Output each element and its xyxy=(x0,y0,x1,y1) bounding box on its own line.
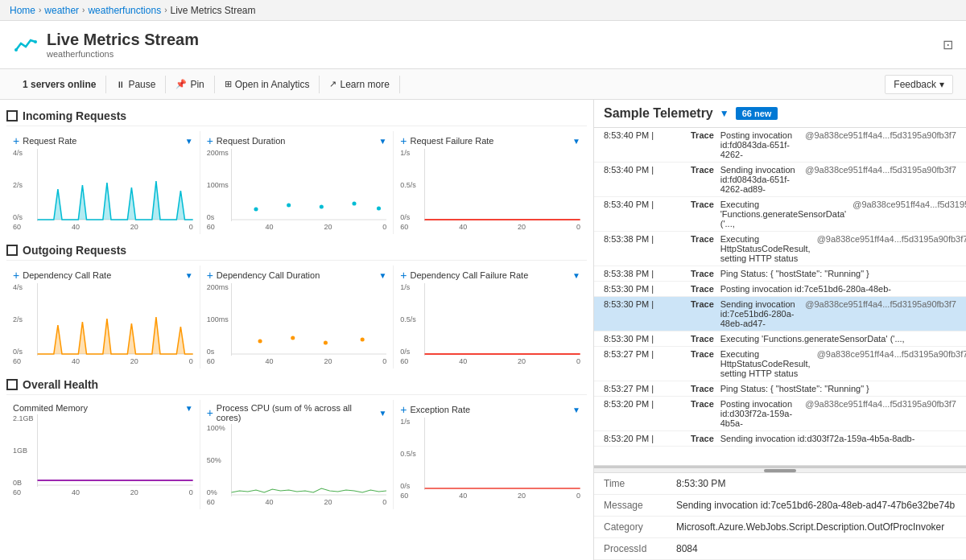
filter-icon[interactable]: ▼ xyxy=(572,271,580,280)
telemetry-row-msg: Posting invocation id:fd0843da-651f-4262… xyxy=(720,130,799,159)
filter-icon[interactable]: ▼ xyxy=(185,137,193,146)
right-panel: Sample Telemetry ▼ 66 new 8:53:40 PM | T… xyxy=(594,100,966,560)
telemetry-row-time: 8:53:20 PM | xyxy=(604,434,684,443)
detail-message-key: Message xyxy=(594,495,667,517)
detail-message-row: Message Sending invocation id:7ce51bd6-2… xyxy=(594,495,966,517)
section-collapse-icon[interactable] xyxy=(6,245,18,256)
telemetry-list-item[interactable]: 8:53:30 PM | Trace Posting invocation id… xyxy=(594,282,966,297)
request-failure-area: 1/s 0.5/s 0/s xyxy=(400,149,580,221)
servers-count: 1 servers online xyxy=(13,76,106,93)
detail-time-row: Time 8:53:30 PM xyxy=(594,473,966,495)
telemetry-filter-icon[interactable]: ▼ xyxy=(720,108,729,119)
telemetry-row-time: 8:53:40 PM | xyxy=(604,200,684,209)
dependency-rate-chart: + Dependency Call Rate ▼ 4/s 2/s 0/s xyxy=(6,266,200,369)
breadcrumb-weather[interactable]: weather xyxy=(44,5,79,16)
telemetry-row-id: @9a838ce951ff4a4...f5d3195a90fb3f7 xyxy=(805,130,956,140)
telemetry-row-time: 8:53:30 PM | xyxy=(604,299,684,309)
plus-icon: + xyxy=(207,134,213,147)
incoming-section-header: Incoming Requests xyxy=(6,106,587,126)
pin-icon[interactable]: ⊡ xyxy=(943,37,953,52)
telemetry-row-type: Trace xyxy=(691,334,714,344)
telemetry-list-item[interactable]: 8:53:40 PM | Trace Posting invocation id… xyxy=(594,128,966,163)
filter-icon[interactable]: ▼ xyxy=(378,409,386,418)
memory-chart: Commited Memory ▼ 2.1GB 1GB 0B xyxy=(6,400,200,509)
telemetry-list-item[interactable]: 8:53:20 PM | Trace Posting invocation id… xyxy=(594,397,966,431)
telemetry-row-id: @9a838ce951ff4a4...f5d3195a90fb3f7 xyxy=(805,165,956,175)
telemetry-row-time: 8:53:38 PM | xyxy=(604,269,684,278)
plus-icon: + xyxy=(400,403,407,416)
breadcrumb-weatherfunctions[interactable]: weatherfunctions xyxy=(88,5,161,16)
filter-icon[interactable]: ▼ xyxy=(572,406,580,414)
telemetry-list-item[interactable]: 8:53:30 PM | Trace Sending invocation id… xyxy=(594,297,966,331)
plus-icon: + xyxy=(400,134,407,147)
feedback-button[interactable]: Feedback ▾ xyxy=(885,75,953,94)
telemetry-row-msg: Posting invocation id:7ce51bd6-280a-48eb… xyxy=(720,284,956,294)
telemetry-header: Sample Telemetry ▼ 66 new xyxy=(594,100,966,128)
detail-processid-row: ProcessId 8084 xyxy=(594,538,966,560)
toolbar: 1 servers online ⏸ Pause 📌 Pin ⊞ Open in… xyxy=(0,69,966,100)
health-section-header: Overall Health xyxy=(6,375,587,395)
telemetry-row-type: Trace xyxy=(691,269,714,278)
telemetry-list-item[interactable]: 8:53:38 PM | Trace Executing HttpStatusC… xyxy=(594,232,966,266)
telemetry-row-type: Trace xyxy=(691,299,714,309)
telemetry-row-msg: Sending invocation id:7ce51bd6-280a-48eb… xyxy=(720,299,799,328)
filter-icon[interactable]: ▼ xyxy=(378,271,386,280)
plus-icon: + xyxy=(13,269,19,282)
filter-icon[interactable]: ▼ xyxy=(572,137,580,146)
telemetry-list-item[interactable]: 8:53:40 PM | Trace Executing 'Functions.… xyxy=(594,197,966,232)
telemetry-row-msg: Executing HttpStatusCodeResult, setting … xyxy=(720,234,811,263)
telemetry-list-item[interactable]: 8:53:27 PM | Trace Executing HttpStatusC… xyxy=(594,347,966,381)
svg-point-8 xyxy=(287,204,291,208)
telemetry-row-time: 8:53:27 PM | xyxy=(604,384,684,393)
request-duration-chart: + Request Duration ▼ 200ms 100ms 0s xyxy=(200,131,394,234)
open-analytics-button[interactable]: ⊞ Open in Analytics xyxy=(215,76,320,93)
app-icon xyxy=(13,32,39,58)
pin-button[interactable]: 📌 Pin xyxy=(166,76,214,93)
breadcrumb-home[interactable]: Home xyxy=(10,5,35,16)
filter-icon[interactable]: ▼ xyxy=(185,271,193,280)
detail-message-value: Sending invocation id:7ce51bd6-280a-48eb… xyxy=(667,495,966,517)
outgoing-charts: + Dependency Call Rate ▼ 4/s 2/s 0/s xyxy=(6,266,587,369)
exception-chart: + Exception Rate ▼ 1/s 0.5/s 0/s xyxy=(394,400,587,509)
chevron-down-icon: ▾ xyxy=(939,79,944,90)
telemetry-list[interactable]: 8:53:40 PM | Trace Posting invocation id… xyxy=(594,128,966,466)
page-subtitle: weatherfunctions xyxy=(47,49,199,59)
pin-icon: 📌 xyxy=(175,79,187,89)
telemetry-row-type: Trace xyxy=(691,349,714,359)
svg-point-7 xyxy=(254,208,258,212)
telemetry-list-item[interactable]: 8:53:38 PM | Trace Ping Status: { "hostS… xyxy=(594,266,966,282)
telemetry-row-time: 8:53:40 PM | xyxy=(604,165,684,175)
svg-point-11 xyxy=(377,207,381,211)
svg-point-1 xyxy=(34,40,37,43)
breadcrumb: Home › weather › weatherfunctions › Live… xyxy=(0,0,966,21)
telemetry-list-item[interactable]: 8:53:30 PM | Trace Executing 'Functions.… xyxy=(594,331,966,347)
telemetry-list-item[interactable]: 8:53:20 PM | Trace Sending invocation id… xyxy=(594,431,966,447)
section-collapse-icon[interactable] xyxy=(6,379,18,390)
grid-icon: ⊞ xyxy=(225,79,232,89)
header: Live Metrics Stream weatherfunctions ⊡ xyxy=(0,21,966,69)
filter-icon[interactable]: ▼ xyxy=(185,404,193,413)
filter-icon[interactable]: ▼ xyxy=(378,137,386,146)
cpu-label: + Process CPU (sum of % across all cores… xyxy=(207,403,387,422)
section-collapse-icon[interactable] xyxy=(6,110,18,121)
exception-area: 1/s 0.5/s 0/s xyxy=(400,418,580,490)
telemetry-row-type: Trace xyxy=(691,165,714,175)
telemetry-row-time: 8:53:30 PM | xyxy=(604,284,684,294)
request-failure-chart: + Request Failure Rate ▼ 1/s 0.5/s 0/s xyxy=(394,131,587,234)
pause-button[interactable]: ⏸ Pause xyxy=(106,76,166,93)
svg-point-23 xyxy=(360,338,364,342)
telemetry-row-type: Trace xyxy=(691,434,714,443)
dependency-duration-chart: + Dependency Call Duration ▼ 200ms 100ms… xyxy=(200,266,394,369)
dependency-failure-area: 1/s 0.5/s 0/s xyxy=(400,283,580,356)
request-rate-area: 4/s 2/s 0/s xyxy=(13,149,193,221)
learn-more-button[interactable]: ↗ Learn more xyxy=(320,76,399,93)
svg-point-9 xyxy=(319,205,323,209)
telemetry-title: Sample Telemetry xyxy=(604,106,713,121)
telemetry-row-msg: Ping Status: { "hostState": "Running" } xyxy=(720,269,956,278)
telemetry-list-item[interactable]: 8:53:27 PM | Trace Ping Status: { "hostS… xyxy=(594,381,966,397)
plus-icon: + xyxy=(13,134,19,147)
telemetry-row-type: Trace xyxy=(691,200,714,209)
telemetry-list-item[interactable]: 8:53:40 PM | Trace Sending invocation id… xyxy=(594,163,966,197)
outgoing-section-header: Outgoing Requests xyxy=(6,241,587,261)
health-section-title: Overall Health xyxy=(23,378,98,391)
